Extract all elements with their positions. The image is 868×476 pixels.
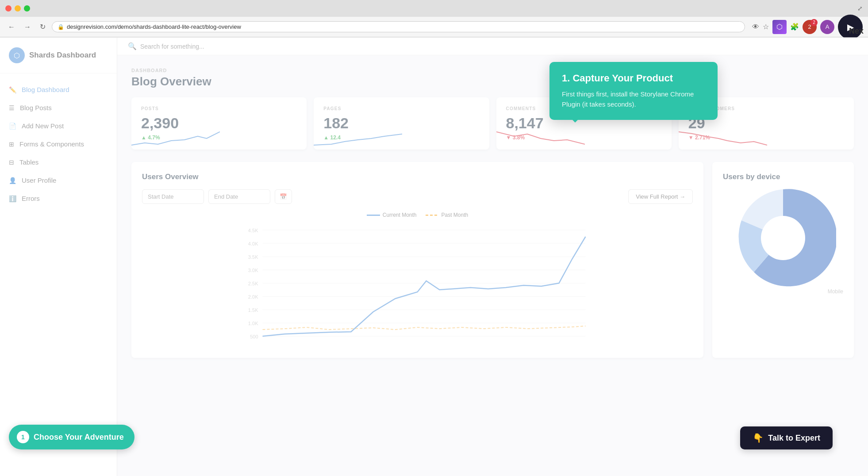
- overview-section: Users Overview 📅 View Full Report → Curr…: [131, 162, 854, 358]
- stat-card-pages: PAGES 182 ▲ 12.4: [314, 97, 489, 150]
- svg-text:1.0K: 1.0K: [248, 321, 258, 326]
- svg-text:2.5K: 2.5K: [248, 281, 258, 286]
- adventure-label: Choose Your Adventure: [34, 433, 124, 442]
- device-card: Users by device Mobile: [712, 162, 854, 358]
- svg-text:3.5K: 3.5K: [248, 254, 258, 260]
- notification-badge[interactable]: 2 2: [803, 20, 817, 34]
- svg-text:1.5K: 1.5K: [248, 307, 258, 313]
- tooltip-body: First things first, install the Storylan…: [562, 89, 705, 109]
- svg-text:4.0K: 4.0K: [248, 241, 258, 246]
- eye-slash-icon[interactable]: 👁: [752, 23, 759, 31]
- date-filter-row: 📅 View Full Report →: [142, 189, 693, 204]
- sidebar-item-errors[interactable]: ℹ️ Errors: [0, 189, 117, 207]
- choose-adventure-button[interactable]: 1 Choose Your Adventure: [9, 425, 134, 449]
- sidebar: ⬡ Shards Dashboard ✏️ Blog Dashboard ☰ B…: [0, 38, 117, 476]
- stat-label: POSTS: [141, 106, 297, 111]
- maximize-traffic-light[interactable]: [24, 5, 30, 12]
- sidebar-item-label: Blog Dashboard: [22, 86, 69, 93]
- edit-icon: ✏️: [9, 86, 16, 93]
- users-overview-chart: 4.5K 4.0K 3.5K 3.0K 2.5K 2.0K 1.5K 1.0K …: [142, 223, 693, 347]
- window-expand-icon[interactable]: ⤢: [857, 5, 863, 12]
- url-text: designrevision.com/demo/shards-dashboard…: [67, 23, 241, 30]
- browser-nav-bar: ← → ↻ 🔒 designrevision.com/demo/shards-d…: [0, 17, 868, 37]
- page-header: DASHBOARD Blog Overview: [117, 55, 868, 97]
- sparkline-customers: [679, 127, 767, 150]
- minimize-traffic-light[interactable]: [15, 5, 21, 12]
- reload-button[interactable]: ↻: [37, 21, 48, 33]
- sidebar-item-label: Tables: [19, 158, 38, 166]
- list-icon: ☰: [9, 104, 15, 111]
- traffic-lights: [5, 5, 30, 12]
- extension-icon[interactable]: ⬡: [772, 20, 787, 34]
- svg-text:500: 500: [250, 334, 258, 339]
- pie-chart-container: [723, 189, 843, 287]
- forms-icon: ⊞: [9, 141, 14, 148]
- svg-point-18: [761, 216, 805, 260]
- calendar-button[interactable]: 📅: [275, 189, 292, 204]
- talk-expert-button[interactable]: 👇 Talk to Expert: [740, 426, 833, 449]
- device-card-title: Users by device: [723, 173, 843, 181]
- tooltip-title: 1. Capture Your Product: [562, 73, 705, 84]
- errors-icon: ℹ️: [9, 195, 16, 202]
- add-post-icon: 📄: [9, 123, 16, 130]
- forward-button[interactable]: →: [21, 21, 34, 33]
- notification-count: 2: [810, 19, 818, 26]
- svg-text:4.5K: 4.5K: [248, 228, 258, 233]
- sidebar-item-user-profile[interactable]: 👤 User Profile: [0, 171, 117, 189]
- lock-icon: 🔒: [58, 24, 64, 30]
- stats-row: POSTS 2,390 ▲ 4.7% PAGES 182 ▲ 12.4 COMM…: [131, 97, 854, 150]
- users-overview-card: Users Overview 📅 View Full Report → Curr…: [131, 162, 703, 358]
- nav-actions: 👁 ☆ ⬡ 🧩 2 2 A ▶: [752, 15, 863, 39]
- sparkline-posts: [131, 127, 220, 150]
- svg-text:3.0K: 3.0K: [248, 268, 258, 273]
- chart-area: 4.5K 4.0K 3.5K 3.0K 2.5K 2.0K 1.5K 1.0K …: [142, 223, 693, 347]
- search-bar: 🔍: [117, 38, 868, 55]
- users-overview-title: Users Overview: [142, 173, 693, 181]
- sidebar-item-label: Add New Post: [22, 122, 64, 130]
- page-title: Blog Overview: [131, 75, 854, 88]
- sidebar-item-add-new-post[interactable]: 📄 Add New Post: [0, 117, 117, 135]
- url-bar[interactable]: 🔒 designrevision.com/demo/shards-dashboa…: [52, 21, 745, 32]
- legend-dashed-line: [426, 215, 439, 216]
- sparkline-comments: [496, 127, 585, 150]
- device-pie-chart: [730, 185, 836, 291]
- legend-past-month: Past Month: [442, 212, 469, 218]
- sidebar-nav: ✏️ Blog Dashboard ☰ Blog Posts 📄 Add New…: [0, 73, 117, 215]
- sidebar-item-forms-components[interactable]: ⊞ Forms & Components: [0, 135, 117, 153]
- title-bar: ⤢: [0, 0, 868, 17]
- puzzle-icon[interactable]: 🧩: [790, 23, 799, 31]
- sidebar-item-label: Blog Posts: [20, 104, 52, 111]
- brand-icon: ⬡: [9, 47, 25, 63]
- next-label: Nex: [849, 27, 864, 36]
- sidebar-item-blog-posts[interactable]: ☰ Blog Posts: [0, 99, 117, 117]
- sidebar-item-tables[interactable]: ⊟ Tables: [0, 153, 117, 171]
- sidebar-brand: ⬡ Shards Dashboard: [0, 38, 117, 73]
- svg-text:2.0K: 2.0K: [248, 294, 258, 299]
- adventure-badge: 1: [17, 431, 29, 443]
- sidebar-item-label: User Profile: [22, 177, 56, 184]
- stat-card-posts: POSTS 2,390 ▲ 4.7%: [131, 97, 307, 150]
- end-date-input[interactable]: [208, 189, 270, 204]
- user-avatar-2[interactable]: A: [820, 20, 834, 34]
- back-button[interactable]: ←: [5, 21, 18, 33]
- view-full-report-button[interactable]: View Full Report →: [628, 189, 693, 204]
- legend-current-month: Current Month: [383, 212, 417, 218]
- start-date-input[interactable]: [142, 189, 204, 204]
- legend-solid-line: [367, 215, 380, 216]
- sidebar-item-label: Errors: [22, 195, 40, 202]
- sidebar-item-label: Forms & Components: [19, 140, 84, 148]
- star-icon[interactable]: ☆: [763, 23, 769, 31]
- chart-legend: Current Month Past Month: [142, 212, 693, 218]
- close-traffic-light[interactable]: [5, 5, 12, 12]
- stat-label: PAGES: [323, 106, 479, 111]
- tables-icon: ⊟: [9, 159, 14, 166]
- sparkline-pages: [314, 127, 402, 150]
- point-down-icon: 👇: [753, 433, 764, 443]
- search-input[interactable]: [140, 43, 273, 50]
- user-icon: 👤: [9, 177, 16, 184]
- search-icon: 🔍: [128, 42, 137, 50]
- app-layout: ⬡ Shards Dashboard ✏️ Blog Dashboard ☰ B…: [0, 38, 868, 476]
- brand-name: Shards Dashboard: [29, 51, 96, 60]
- sidebar-item-blog-dashboard[interactable]: ✏️ Blog Dashboard: [0, 81, 117, 99]
- breadcrumb: DASHBOARD: [131, 68, 854, 73]
